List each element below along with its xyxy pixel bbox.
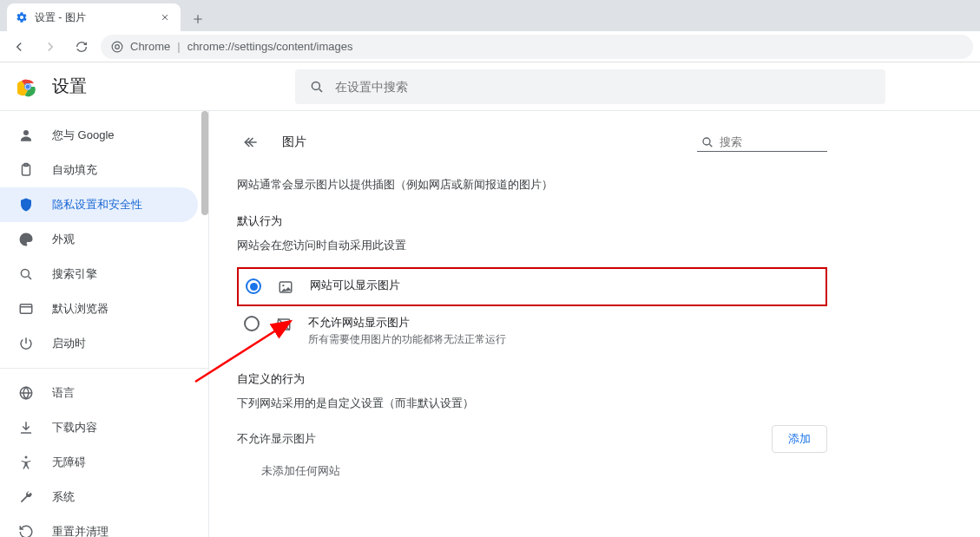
option-block-label: 不允许网站显示图片 [308,315,506,331]
svg-point-5 [312,82,319,89]
settings-search-input[interactable] [335,80,871,94]
omnibox-separator: | [177,40,180,53]
option-block-sub: 所有需要使用图片的功能都将无法正常运行 [308,332,506,347]
sidebar-item-label: 下载内容 [52,420,97,435]
svg-point-15 [282,285,284,286]
back-arrow-button[interactable] [237,128,265,156]
new-tab-button[interactable] [186,7,210,31]
sidebar-item-system[interactable]: 系统 [0,480,198,514]
svg-point-6 [23,130,29,135]
svg-point-0 [112,42,122,52]
scrollbar-thumb[interactable] [201,111,208,215]
tab-strip: 设置 - 图片 [0,0,980,31]
section-custom-title: 自定义的行为 [237,371,827,387]
block-list-row: 不允许显示图片 添加 [237,425,827,453]
sidebar-item-label: 无障碍 [52,455,86,470]
inline-search-input[interactable] [720,135,824,148]
empty-list-text: 未添加任何网站 [237,453,827,489]
sidebar-item-label: 默认浏览器 [52,301,109,317]
omnibox-url: chrome://settings/content/images [187,40,353,53]
svg-point-9 [21,269,29,277]
sidebar-item-label: 您与 Google [52,128,115,143]
back-button[interactable] [7,35,31,59]
person-icon [17,127,35,144]
sidebar-item-downloads[interactable]: 下载内容 [0,410,198,445]
clipboard-icon [17,161,35,179]
content-area: 图片 网站通常会显示图片以提供插图（例如网店或新闻报道的图片） 默认行为 网站会… [208,111,980,537]
search-icon [700,135,714,149]
inline-search[interactable] [697,134,827,152]
sidebar-item-label: 外观 [52,232,75,247]
reload-button[interactable] [69,35,94,59]
section-custom-sub: 下列网站采用的是自定义设置（而非默认设置） [237,396,827,411]
page-description: 网站通常会显示图片以提供插图（例如网店或新闻报道的图片） [237,177,827,193]
image-icon [277,278,294,296]
download-icon [17,419,35,436]
shield-icon [17,196,35,213]
block-list-title: 不允许显示图片 [237,431,316,447]
sidebar-item-reset[interactable]: 重置并清理 [0,514,198,537]
section-default-behavior-title: 默认行为 [237,213,827,229]
close-icon[interactable] [158,10,172,24]
sidebar-item-search-engine[interactable]: 搜索引擎 [0,257,198,291]
sidebar-item-label: 隐私设置和安全性 [52,197,142,213]
sidebar-item-appearance[interactable]: 外观 [0,222,198,257]
page-title: 图片 [282,134,306,150]
omnibox-origin: Chrome [130,40,170,53]
settings-search[interactable] [295,69,885,104]
sidebar-item-you-and-google[interactable]: 您与 Google [0,118,198,153]
tab-title: 设置 - 图片 [35,10,86,25]
accessibility-icon [17,454,35,471]
scrollbar[interactable] [201,111,208,537]
radio-block[interactable] [244,316,260,331]
palette-icon [17,231,35,248]
gear-icon [16,11,28,23]
browser-tab[interactable]: 设置 - 图片 [7,3,181,31]
forward-button[interactable] [38,35,62,59]
restore-icon [17,523,35,537]
settings-title: 设置 [52,75,87,98]
sidebar-item-privacy[interactable]: 隐私设置和安全性 [0,187,198,222]
sidebar: 您与 Google 自动填充 隐私设置和安全性 外观 搜索引擎 默认浏览器 启动… [0,111,208,537]
add-button[interactable]: 添加 [772,425,827,453]
option-allow-images[interactable]: 网站可以显示图片 [237,267,827,306]
browser-toolbar: Chrome | chrome://settings/content/image… [0,31,980,62]
sidebar-item-accessibility[interactable]: 无障碍 [0,445,198,480]
chrome-icon [111,41,123,53]
sidebar-item-label: 启动时 [52,336,86,351]
search-icon [17,265,35,283]
image-off-icon [275,316,293,333]
power-icon [17,335,35,352]
globe-icon [17,384,35,402]
sidebar-item-default-browser[interactable]: 默认浏览器 [0,291,198,326]
content-header: 图片 [237,128,827,156]
svg-rect-10 [20,305,32,314]
sidebar-item-autofill[interactable]: 自动填充 [0,153,198,187]
option-block-images[interactable]: 不允许网站显示图片 所有需要使用图片的功能都将无法正常运行 [237,306,827,356]
sidebar-separator [0,368,208,369]
settings-header: 设置 [0,62,980,111]
section-default-behavior-sub: 网站会在您访问时自动采用此设置 [237,238,827,253]
chrome-logo-icon [17,76,38,97]
svg-point-12 [25,456,28,459]
option-allow-label: 网站可以显示图片 [310,278,400,293]
omnibox[interactable]: Chrome | chrome://settings/content/image… [101,35,973,59]
browser-icon [17,300,35,318]
sidebar-item-label: 自动填充 [52,162,97,178]
sidebar-item-on-startup[interactable]: 启动时 [0,326,198,361]
svg-point-13 [703,138,710,145]
radio-allow[interactable] [246,278,261,294]
sidebar-item-label: 重置并清理 [52,524,109,537]
search-icon [309,79,325,95]
wrench-icon [17,488,35,506]
sidebar-item-label: 系统 [52,489,75,505]
sidebar-item-label: 搜索引擎 [52,266,97,282]
sidebar-item-label: 语言 [52,385,75,401]
svg-point-1 [115,44,120,49]
sidebar-item-languages[interactable]: 语言 [0,376,198,410]
